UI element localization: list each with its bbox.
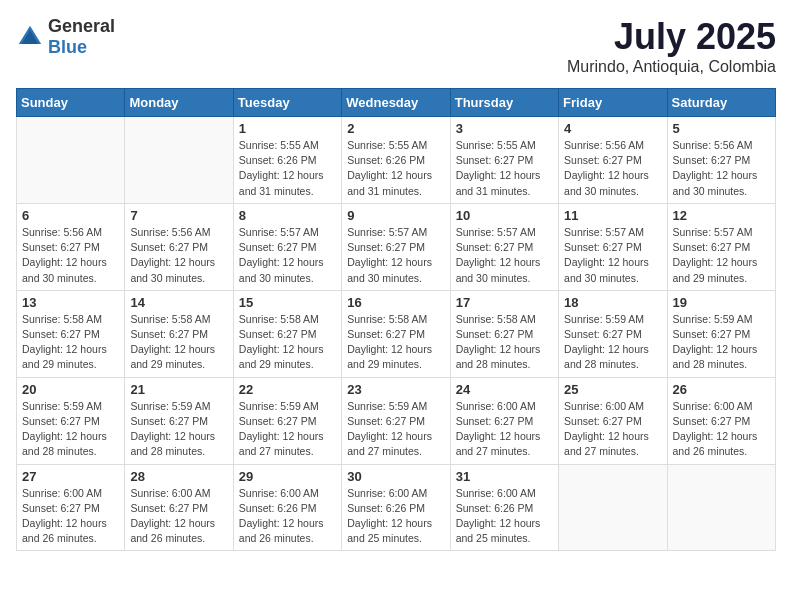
day-info: Sunrise: 6:00 AM Sunset: 6:26 PM Dayligh… [347, 486, 444, 547]
calendar-week-row: 27Sunrise: 6:00 AM Sunset: 6:27 PM Dayli… [17, 464, 776, 551]
page-header: General Blue July 2025 Murindo, Antioqui… [16, 16, 776, 76]
day-number: 25 [564, 382, 661, 397]
day-info: Sunrise: 5:58 AM Sunset: 6:27 PM Dayligh… [239, 312, 336, 373]
calendar-cell: 11Sunrise: 5:57 AM Sunset: 6:27 PM Dayli… [559, 203, 667, 290]
day-info: Sunrise: 5:59 AM Sunset: 6:27 PM Dayligh… [673, 312, 770, 373]
calendar-cell: 12Sunrise: 5:57 AM Sunset: 6:27 PM Dayli… [667, 203, 775, 290]
calendar-cell: 26Sunrise: 6:00 AM Sunset: 6:27 PM Dayli… [667, 377, 775, 464]
calendar-cell: 24Sunrise: 6:00 AM Sunset: 6:27 PM Dayli… [450, 377, 558, 464]
day-info: Sunrise: 6:00 AM Sunset: 6:26 PM Dayligh… [239, 486, 336, 547]
calendar-week-row: 6Sunrise: 5:56 AM Sunset: 6:27 PM Daylig… [17, 203, 776, 290]
calendar-cell [667, 464, 775, 551]
calendar-cell: 9Sunrise: 5:57 AM Sunset: 6:27 PM Daylig… [342, 203, 450, 290]
day-info: Sunrise: 6:00 AM Sunset: 6:26 PM Dayligh… [456, 486, 553, 547]
calendar-table: SundayMondayTuesdayWednesdayThursdayFrid… [16, 88, 776, 551]
weekday-header-tuesday: Tuesday [233, 89, 341, 117]
weekday-header-friday: Friday [559, 89, 667, 117]
day-number: 22 [239, 382, 336, 397]
calendar-cell: 6Sunrise: 5:56 AM Sunset: 6:27 PM Daylig… [17, 203, 125, 290]
logo-text: General Blue [48, 16, 115, 58]
day-info: Sunrise: 5:57 AM Sunset: 6:27 PM Dayligh… [456, 225, 553, 286]
calendar-cell: 1Sunrise: 5:55 AM Sunset: 6:26 PM Daylig… [233, 117, 341, 204]
day-number: 8 [239, 208, 336, 223]
day-number: 24 [456, 382, 553, 397]
day-number: 1 [239, 121, 336, 136]
logo: General Blue [16, 16, 115, 58]
calendar-cell: 30Sunrise: 6:00 AM Sunset: 6:26 PM Dayli… [342, 464, 450, 551]
calendar-week-row: 13Sunrise: 5:58 AM Sunset: 6:27 PM Dayli… [17, 290, 776, 377]
day-info: Sunrise: 5:55 AM Sunset: 6:26 PM Dayligh… [347, 138, 444, 199]
day-info: Sunrise: 5:55 AM Sunset: 6:26 PM Dayligh… [239, 138, 336, 199]
weekday-header-thursday: Thursday [450, 89, 558, 117]
day-info: Sunrise: 6:00 AM Sunset: 6:27 PM Dayligh… [22, 486, 119, 547]
day-number: 12 [673, 208, 770, 223]
calendar-cell: 13Sunrise: 5:58 AM Sunset: 6:27 PM Dayli… [17, 290, 125, 377]
calendar-cell: 10Sunrise: 5:57 AM Sunset: 6:27 PM Dayli… [450, 203, 558, 290]
day-info: Sunrise: 5:56 AM Sunset: 6:27 PM Dayligh… [130, 225, 227, 286]
month-year: July 2025 [567, 16, 776, 58]
day-number: 31 [456, 469, 553, 484]
day-number: 16 [347, 295, 444, 310]
day-info: Sunrise: 5:58 AM Sunset: 6:27 PM Dayligh… [456, 312, 553, 373]
day-number: 9 [347, 208, 444, 223]
day-info: Sunrise: 5:56 AM Sunset: 6:27 PM Dayligh… [564, 138, 661, 199]
day-number: 4 [564, 121, 661, 136]
calendar-cell: 8Sunrise: 5:57 AM Sunset: 6:27 PM Daylig… [233, 203, 341, 290]
day-number: 18 [564, 295, 661, 310]
day-number: 15 [239, 295, 336, 310]
day-info: Sunrise: 5:59 AM Sunset: 6:27 PM Dayligh… [22, 399, 119, 460]
day-info: Sunrise: 5:57 AM Sunset: 6:27 PM Dayligh… [673, 225, 770, 286]
logo-general: General [48, 16, 115, 36]
day-info: Sunrise: 5:59 AM Sunset: 6:27 PM Dayligh… [239, 399, 336, 460]
weekday-header-sunday: Sunday [17, 89, 125, 117]
weekday-header-saturday: Saturday [667, 89, 775, 117]
day-number: 28 [130, 469, 227, 484]
calendar-cell: 15Sunrise: 5:58 AM Sunset: 6:27 PM Dayli… [233, 290, 341, 377]
day-number: 5 [673, 121, 770, 136]
day-info: Sunrise: 5:58 AM Sunset: 6:27 PM Dayligh… [130, 312, 227, 373]
calendar-cell: 21Sunrise: 5:59 AM Sunset: 6:27 PM Dayli… [125, 377, 233, 464]
day-number: 19 [673, 295, 770, 310]
calendar-cell: 29Sunrise: 6:00 AM Sunset: 6:26 PM Dayli… [233, 464, 341, 551]
day-number: 6 [22, 208, 119, 223]
calendar-cell: 20Sunrise: 5:59 AM Sunset: 6:27 PM Dayli… [17, 377, 125, 464]
day-number: 26 [673, 382, 770, 397]
calendar-cell: 23Sunrise: 5:59 AM Sunset: 6:27 PM Dayli… [342, 377, 450, 464]
calendar-cell: 19Sunrise: 5:59 AM Sunset: 6:27 PM Dayli… [667, 290, 775, 377]
calendar-week-row: 20Sunrise: 5:59 AM Sunset: 6:27 PM Dayli… [17, 377, 776, 464]
logo-icon [16, 23, 44, 51]
day-info: Sunrise: 5:55 AM Sunset: 6:27 PM Dayligh… [456, 138, 553, 199]
calendar-cell: 3Sunrise: 5:55 AM Sunset: 6:27 PM Daylig… [450, 117, 558, 204]
day-info: Sunrise: 5:57 AM Sunset: 6:27 PM Dayligh… [564, 225, 661, 286]
day-number: 2 [347, 121, 444, 136]
calendar-cell: 18Sunrise: 5:59 AM Sunset: 6:27 PM Dayli… [559, 290, 667, 377]
day-number: 21 [130, 382, 227, 397]
day-info: Sunrise: 5:56 AM Sunset: 6:27 PM Dayligh… [22, 225, 119, 286]
calendar-cell: 2Sunrise: 5:55 AM Sunset: 6:26 PM Daylig… [342, 117, 450, 204]
calendar-cell [17, 117, 125, 204]
calendar-cell: 14Sunrise: 5:58 AM Sunset: 6:27 PM Dayli… [125, 290, 233, 377]
day-info: Sunrise: 5:59 AM Sunset: 6:27 PM Dayligh… [564, 312, 661, 373]
weekday-header-monday: Monday [125, 89, 233, 117]
day-info: Sunrise: 5:56 AM Sunset: 6:27 PM Dayligh… [673, 138, 770, 199]
day-number: 20 [22, 382, 119, 397]
day-info: Sunrise: 6:00 AM Sunset: 6:27 PM Dayligh… [673, 399, 770, 460]
day-info: Sunrise: 5:58 AM Sunset: 6:27 PM Dayligh… [347, 312, 444, 373]
calendar-cell: 4Sunrise: 5:56 AM Sunset: 6:27 PM Daylig… [559, 117, 667, 204]
day-info: Sunrise: 5:57 AM Sunset: 6:27 PM Dayligh… [239, 225, 336, 286]
location: Murindo, Antioquia, Colombia [567, 58, 776, 76]
day-info: Sunrise: 5:58 AM Sunset: 6:27 PM Dayligh… [22, 312, 119, 373]
day-info: Sunrise: 5:57 AM Sunset: 6:27 PM Dayligh… [347, 225, 444, 286]
weekday-header-row: SundayMondayTuesdayWednesdayThursdayFrid… [17, 89, 776, 117]
calendar-cell: 16Sunrise: 5:58 AM Sunset: 6:27 PM Dayli… [342, 290, 450, 377]
calendar-cell: 22Sunrise: 5:59 AM Sunset: 6:27 PM Dayli… [233, 377, 341, 464]
day-number: 29 [239, 469, 336, 484]
day-info: Sunrise: 6:00 AM Sunset: 6:27 PM Dayligh… [564, 399, 661, 460]
calendar-cell: 5Sunrise: 5:56 AM Sunset: 6:27 PM Daylig… [667, 117, 775, 204]
day-number: 11 [564, 208, 661, 223]
day-number: 10 [456, 208, 553, 223]
day-info: Sunrise: 5:59 AM Sunset: 6:27 PM Dayligh… [347, 399, 444, 460]
title-block: July 2025 Murindo, Antioquia, Colombia [567, 16, 776, 76]
day-number: 23 [347, 382, 444, 397]
calendar-cell [559, 464, 667, 551]
